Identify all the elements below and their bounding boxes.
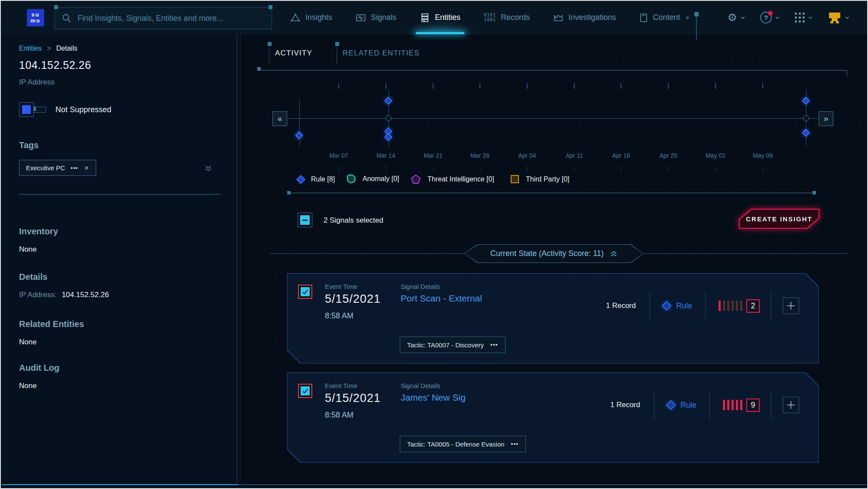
current-state-header[interactable]: Current State (Activity Score: 11)	[464, 244, 644, 263]
tactic-label: Tactic: TA0005 - Defense Evasion	[407, 440, 505, 448]
timeline-scroll-right-button[interactable]: »	[819, 111, 833, 126]
timeline-tick	[527, 83, 528, 89]
select-all-signals-checkbox[interactable]	[298, 213, 312, 227]
signal-title-link[interactable]: James' New Sig	[401, 392, 466, 403]
breadcrumb-current: Details	[56, 45, 78, 52]
sidebar-main-divider	[237, 34, 237, 483]
sidebar-divider	[19, 194, 220, 194]
nav-item-content[interactable]: Content	[639, 1, 690, 34]
legend-label: Threat Intelligence [0]	[428, 175, 494, 183]
timeline-date-label: Apr 25	[651, 152, 686, 159]
signal-checkbox[interactable]	[298, 384, 312, 398]
signals-waveform-icon	[356, 13, 366, 22]
apps-menu-button[interactable]	[795, 13, 813, 23]
tactic-chip: Tactic: TA0005 - Defense Evasion •••	[400, 436, 526, 452]
tactic-label: Tactic: TA0007 - Discovery	[407, 341, 484, 349]
rule-signal-marker[interactable]	[384, 133, 392, 141]
chevron-down-icon	[740, 16, 745, 19]
timeline-date-label: Mar 21	[416, 152, 450, 159]
timeline-frame-top	[257, 70, 847, 71]
expand-signal-button[interactable]	[783, 298, 799, 314]
record-count: 1 Record	[606, 301, 636, 310]
timeline-subtick	[433, 166, 434, 171]
timeline-date-label: Mar 28	[463, 152, 497, 159]
sidebar-main-divider-2	[240, 34, 240, 483]
expand-signal-button[interactable]	[783, 397, 799, 413]
threat-intelligence-pentagon-icon	[411, 175, 421, 184]
timeline-subtick	[574, 166, 575, 171]
timeline-subtick	[763, 166, 763, 171]
meta-divider	[771, 391, 771, 419]
tactic-more-icon[interactable]: •••	[511, 440, 519, 447]
tags-expand-chevron[interactable]	[204, 165, 212, 173]
severity-meter	[719, 301, 742, 311]
event-date: 5/15/2021	[325, 392, 381, 405]
create-insight-label: CREATE INSIGHT	[740, 210, 819, 228]
timeline-subtick	[621, 166, 622, 171]
signals-selected-count: 2 Signals selected	[324, 216, 383, 225]
nav-label: Investigations	[568, 13, 616, 22]
signal-meta: 1 Record Rule 2	[606, 291, 799, 321]
settings-menu-button[interactable]: ⚙	[728, 12, 745, 23]
timeline-date-label: Mar 07	[321, 152, 356, 159]
timeline-subtick	[386, 166, 386, 171]
help-menu-button[interactable]: ?	[760, 12, 780, 23]
inventory-heading: Inventory	[19, 227, 238, 236]
user-menu-button[interactable]	[828, 12, 850, 24]
chevron-down-icon	[845, 16, 850, 19]
suppression-toggle[interactable]	[19, 102, 44, 117]
plus-icon	[786, 400, 796, 410]
nav-label: Signals	[371, 13, 396, 22]
nav-label: Insights	[305, 13, 332, 22]
entities-stack-icon	[420, 13, 430, 23]
meta-divider	[654, 391, 654, 419]
nav-item-entities[interactable]: Entities	[420, 1, 460, 34]
sumo-logo[interactable]: su mo	[27, 9, 44, 26]
signal-card: Event Time 5/15/2021 8:58 AM Signal Deta…	[287, 372, 819, 463]
tags-heading: Tags	[19, 140, 238, 150]
rule-diamond-icon	[296, 175, 305, 184]
primary-nav: Insights Signals Entities 0101 10	[290, 1, 690, 34]
tab-activity[interactable]: ACTIVITY	[269, 42, 318, 65]
timeline-date-label: Apr 18	[604, 152, 638, 159]
signal-details-label: Signal Details	[401, 382, 440, 389]
signal-card: Event Time 5/15/2021 8:58 AM Signal Deta…	[287, 273, 819, 363]
global-search-input[interactable]: Find Insights, Signals, Entities and mor…	[55, 7, 272, 29]
suppression-row: Not Suppressed	[19, 102, 238, 117]
help-icon: ?	[760, 12, 772, 23]
nav-item-insights[interactable]: Insights	[290, 1, 332, 34]
tactic-more-icon[interactable]: •••	[490, 341, 498, 348]
signal-title-link[interactable]: Port Scan - External	[401, 293, 482, 304]
avatar-icon	[828, 12, 842, 24]
detail-tabs: ACTIVITY RELATED ENTITIES	[269, 42, 426, 65]
rule-signal-marker[interactable]	[802, 129, 810, 136]
nav-item-records[interactable]: 0101 1001 Records	[484, 1, 530, 34]
tag-chip: Executive PC ••• ✕	[19, 160, 96, 176]
rule-signal-marker[interactable]	[295, 131, 303, 139]
signal-checkbox[interactable]	[298, 285, 312, 299]
severity-value: 2	[746, 299, 760, 313]
timeline-tick	[715, 83, 716, 89]
details-heading: Details	[19, 272, 238, 282]
legend-item-third-party: Third Party [0]	[511, 175, 569, 183]
chevron-double-right-icon: »	[824, 114, 829, 123]
nav-item-investigations[interactable]: Investigations	[553, 1, 616, 34]
timeline-tick	[621, 83, 622, 89]
legend-label: Rule [8]	[311, 175, 335, 183]
rule-signal-marker[interactable]	[802, 97, 810, 104]
timeline-subtick	[480, 166, 480, 171]
timeline-scroll-left-button[interactable]: «	[272, 111, 287, 126]
related-entities-value: None	[19, 338, 238, 347]
tag-more-icon[interactable]: •••	[71, 165, 78, 172]
check-icon	[302, 389, 308, 394]
timeline-tick	[433, 83, 434, 89]
tab-related-entities[interactable]: RELATED ENTITIES	[337, 42, 426, 65]
tag-remove-icon[interactable]: ✕	[84, 165, 89, 172]
timeline-tick	[479, 83, 480, 89]
timeline-tick	[668, 83, 669, 89]
create-insight-button[interactable]: CREATE INSIGHT	[739, 209, 819, 229]
breadcrumb-entities-link[interactable]: Entities	[19, 45, 42, 52]
rule-signal-marker[interactable]	[384, 97, 392, 104]
nav-item-signals[interactable]: Signals	[356, 1, 396, 34]
timeline-tick	[338, 83, 339, 89]
